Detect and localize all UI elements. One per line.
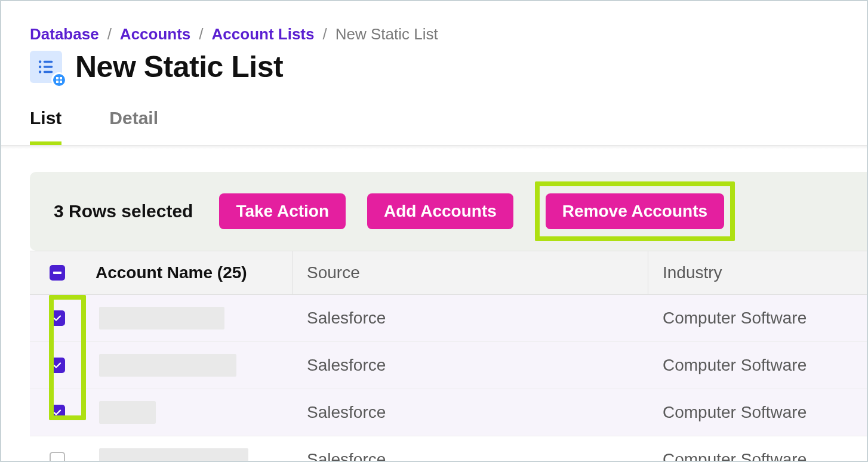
table-row[interactable]: Salesforce Computer Software [30, 342, 867, 389]
svg-point-0 [39, 60, 42, 63]
cell-account-name [85, 389, 293, 436]
cell-source: Salesforce [293, 436, 648, 462]
redacted-text [99, 354, 236, 377]
cell-source: Salesforce [293, 342, 648, 389]
accounts-table: Account Name (25) Source Industry Salesf… [30, 251, 867, 462]
cell-source: Salesforce [293, 389, 648, 436]
row-checkbox[interactable] [50, 405, 65, 420]
remove-accounts-highlight: Remove Accounts [535, 181, 735, 241]
row-checkbox[interactable] [50, 452, 65, 462]
action-bar: 3 Rows selected Take Action Add Accounts… [30, 172, 867, 251]
check-icon [53, 408, 62, 417]
take-action-button[interactable]: Take Action [219, 193, 346, 229]
cell-account-name [85, 342, 293, 389]
table-row[interactable]: Salesforce Computer Software [30, 436, 867, 462]
svg-point-4 [39, 70, 42, 73]
breadcrumb-separator: / [107, 25, 112, 44]
breadcrumb-current: New Static List [335, 25, 438, 44]
select-all-checkbox[interactable] [50, 265, 65, 281]
table-body: Salesforce Computer Software Salesforce … [30, 295, 867, 462]
table-header-row: Account Name (25) Source Industry [30, 251, 867, 295]
cell-source: Salesforce [293, 295, 648, 341]
tab-list[interactable]: List [30, 108, 61, 145]
svg-point-2 [39, 66, 42, 69]
tabs: List Detail [1, 84, 867, 146]
cell-industry: Computer Software [648, 295, 867, 341]
row-checkbox[interactable] [50, 310, 65, 326]
svg-rect-1 [44, 61, 53, 63]
check-icon [53, 313, 62, 323]
svg-rect-9 [60, 81, 62, 83]
svg-rect-3 [44, 66, 53, 67]
breadcrumb-account-lists[interactable]: Account Lists [212, 25, 315, 44]
row-checkbox-cell [30, 295, 85, 341]
table-row[interactable]: Salesforce Computer Software [30, 389, 867, 436]
row-checkbox-cell [30, 389, 85, 436]
row-checkbox-cell [30, 342, 85, 389]
list-icon [30, 51, 62, 83]
cell-industry: Computer Software [648, 389, 867, 436]
redacted-text [99, 307, 224, 329]
cell-account-name [85, 436, 293, 462]
check-icon [53, 361, 62, 370]
table-row[interactable]: Salesforce Computer Software [30, 295, 867, 342]
svg-rect-8 [56, 81, 59, 83]
svg-rect-6 [56, 77, 59, 79]
redacted-text [99, 401, 156, 424]
cell-industry: Computer Software [648, 436, 867, 462]
col-header-source[interactable]: Source [293, 251, 648, 294]
svg-rect-7 [60, 77, 62, 79]
app-frame: Database / Accounts / Account Lists / Ne… [0, 0, 868, 462]
page-title: New Static List [75, 50, 283, 84]
breadcrumb: Database / Accounts / Account Lists / Ne… [1, 1, 867, 44]
tab-detail[interactable]: Detail [109, 108, 158, 145]
breadcrumb-accounts[interactable]: Accounts [120, 25, 190, 44]
col-header-account-name[interactable]: Account Name (25) [30, 251, 293, 294]
col-header-account-name-label: Account Name (25) [96, 263, 247, 282]
row-checkbox-cell [30, 436, 85, 462]
redacted-text [99, 448, 248, 462]
breadcrumb-separator: / [199, 25, 203, 44]
cell-account-name [85, 295, 293, 341]
cell-industry: Computer Software [648, 342, 867, 389]
grid-badge-icon [51, 72, 67, 88]
col-header-industry[interactable]: Industry [648, 251, 867, 294]
svg-rect-5 [44, 71, 53, 73]
row-checkbox[interactable] [50, 358, 65, 373]
title-row: New Static List [1, 44, 867, 84]
add-accounts-button[interactable]: Add Accounts [367, 193, 513, 229]
content-area: 3 Rows selected Take Action Add Accounts… [1, 149, 867, 462]
remove-accounts-button[interactable]: Remove Accounts [546, 193, 724, 229]
breadcrumb-separator: / [322, 25, 327, 44]
rows-selected-label: 3 Rows selected [54, 201, 193, 221]
breadcrumb-database[interactable]: Database [30, 25, 99, 44]
